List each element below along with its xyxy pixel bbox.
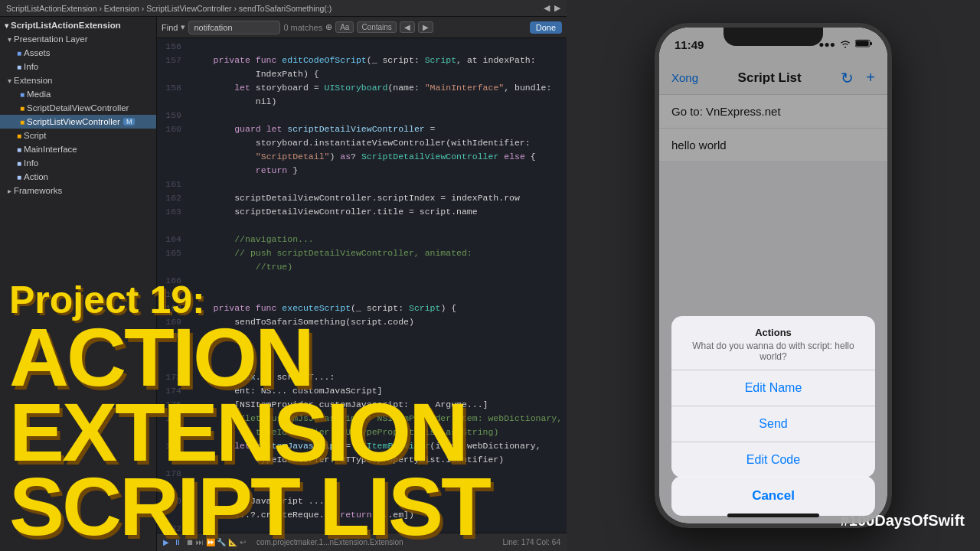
find-dropdown-icon[interactable]: ▾ xyxy=(181,22,185,32)
file-icon: ■ xyxy=(20,90,24,99)
sidebar-label: Script xyxy=(24,131,46,140)
toolbar-icons: ⏹ ⏭ ⏩ 🔧 📐 ↩ xyxy=(186,538,246,546)
sidebar-item-info-ext[interactable]: ■ Info xyxy=(0,156,156,170)
file-icon: ■ xyxy=(17,145,21,154)
sidebar-label: Media xyxy=(27,90,51,99)
find-bar: Find ▾ 0 matches ⊕ Aa Contains ◀ ▶ Done xyxy=(157,17,567,38)
sidebar-label: Frameworks xyxy=(14,186,62,195)
action-edit-name-button[interactable]: Edit Name xyxy=(671,370,875,406)
xcode-topbar: ScriptListActionExtension › Extension › … xyxy=(0,0,567,17)
nav-matches-prev[interactable]: ◀ xyxy=(400,21,415,33)
sidebar-label: ScriptListViewController xyxy=(27,117,120,126)
plus-icon[interactable]: ⊕ xyxy=(325,22,332,32)
xcode-panel: ScriptListActionExtension › Extension › … xyxy=(0,0,567,551)
file-icon: ■ xyxy=(17,159,21,168)
code-panel: Find ▾ 0 matches ⊕ Aa Contains ◀ ▶ Done … xyxy=(157,17,567,551)
file-icon: ■ xyxy=(17,63,21,71)
modified-badge: M xyxy=(123,118,136,126)
sidebar-item-script[interactable]: ■ Script xyxy=(0,129,156,142)
sidebar-label: Extension xyxy=(14,76,53,85)
action-sheet: Actions What do you wanna do with script… xyxy=(671,316,875,478)
code-lines: private func editCodeOfScript(_ script: … xyxy=(186,38,567,533)
sidebar-item-scriptlist[interactable]: ■ ScriptListViewController M xyxy=(0,115,156,129)
line-numbers: 156 157 158 159 160 161 162 163 164 16 xyxy=(157,38,186,533)
phone-area: 11:49 ●●● xyxy=(567,0,980,551)
aa-btn[interactable]: Aa xyxy=(335,21,354,33)
home-indicator xyxy=(727,514,819,517)
sidebar-label: MainInterface xyxy=(24,145,77,154)
action-edit-code-button[interactable]: Edit Code xyxy=(671,442,875,478)
action-sheet-title: Actions xyxy=(684,327,863,338)
find-label: Find xyxy=(162,23,178,32)
find-done-button[interactable]: Done xyxy=(530,21,562,34)
nav-matches-next[interactable]: ▶ xyxy=(418,21,433,33)
phone-device: 11:49 ●●● xyxy=(655,23,892,528)
disclosure-icon: ▾ xyxy=(8,35,11,44)
phone-screen: 11:49 ●●● xyxy=(659,28,887,523)
sidebar-label: Action xyxy=(24,172,48,181)
xcode-sidebar: ▾ ScriptListActionExtension ▾ Presentati… xyxy=(0,17,157,551)
action-sheet-title-area: Actions What do you wanna do with script… xyxy=(671,316,875,370)
sidebar-item-root[interactable]: ▾ ScriptListActionExtension xyxy=(0,18,156,32)
sidebar-item-extension-group[interactable]: ▾ Extension xyxy=(0,73,156,87)
disclosure-icon: ▾ xyxy=(8,77,11,85)
file-icon: ■ xyxy=(20,118,24,126)
sidebar-label: Info xyxy=(24,158,38,168)
sidebar-item-action[interactable]: ■ Action xyxy=(0,170,156,184)
file-icon: ■ xyxy=(20,104,24,112)
sidebar-item-media[interactable]: ■ Media xyxy=(0,87,156,101)
sidebar-label: Presentation Layer xyxy=(14,34,88,44)
sidebar-item-info-pres[interactable]: ■ Info xyxy=(0,60,156,73)
contains-btn[interactable]: Contains xyxy=(357,21,396,33)
sidebar-item-presentation-layer[interactable]: ▾ Presentation Layer xyxy=(0,32,156,46)
sidebar-label: ScriptDetailViewController xyxy=(27,103,129,112)
nav-prev-btn[interactable]: ◀ xyxy=(544,3,550,13)
sidebar-item-scriptdetail[interactable]: ■ ScriptDetailViewController xyxy=(0,101,156,115)
xcode-bottombar: ▶ ⏸ ⏹ ⏭ ⏩ 🔧 📐 ↩ com.projectmaker.1...nEx… xyxy=(157,533,567,551)
file-icon: ■ xyxy=(17,173,21,181)
play-btn[interactable]: ▶ xyxy=(163,538,169,546)
code-content-area[interactable]: 156 157 158 159 160 161 162 163 164 16 xyxy=(157,38,567,533)
sidebar-label: Assets xyxy=(24,48,51,57)
find-input[interactable] xyxy=(188,21,280,34)
phone-notch xyxy=(724,28,823,46)
file-icon: ■ xyxy=(17,49,21,57)
action-cancel-button[interactable]: Cancel xyxy=(671,476,875,516)
line-col-label: Line: 174 Col: 64 xyxy=(502,538,560,546)
sidebar-label: Info xyxy=(24,62,38,71)
sidebar-item-maininterface[interactable]: ■ MainInterface xyxy=(0,142,156,156)
sidebar-item-assets[interactable]: ■ Assets xyxy=(0,46,156,60)
sidebar-root-label: ScriptListActionExtension xyxy=(11,21,121,30)
find-matches: 0 matches xyxy=(283,23,322,32)
breadcrumb: ScriptListActionExtension › Extension › … xyxy=(6,4,332,13)
file-icon: ■ xyxy=(17,132,21,140)
target-label: com.projectmaker.1...nExtension.Extensio… xyxy=(256,538,403,546)
sidebar-item-frameworks[interactable]: ▸ Frameworks xyxy=(0,184,156,197)
nav-next-btn[interactable]: ▶ xyxy=(554,3,560,13)
disclosure-icon: ▾ xyxy=(5,21,8,30)
pause-btn[interactable]: ⏸ xyxy=(174,538,181,546)
action-sheet-message: What do you wanna do with script: hello … xyxy=(684,341,863,362)
disclosure-icon: ▸ xyxy=(8,187,11,195)
action-send-button[interactable]: Send xyxy=(671,406,875,442)
